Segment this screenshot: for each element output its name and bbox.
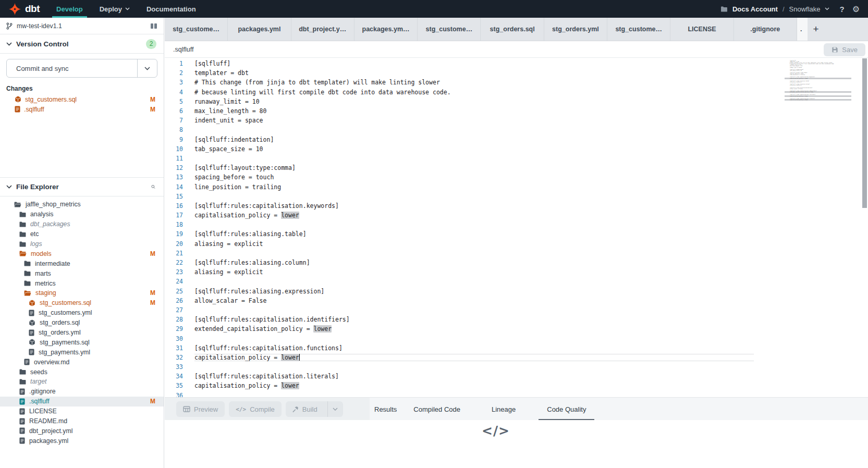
account-name[interactable]: Docs Account [732,5,778,13]
tree-item-staging[interactable]: stagingM [0,288,164,298]
code-line[interactable]: 22[sqlfluff:rules:aliasing.column] [165,258,754,267]
build-button-group[interactable]: Build [286,401,343,417]
version-control-header[interactable]: Version Control 2 [0,34,164,54]
file-tab[interactable]: stg_custome… [607,18,670,41]
change-row[interactable]: stg_customers.sqlM [0,94,164,104]
tree-item-analysis[interactable]: analysis [0,210,164,219]
compile-button[interactable]: </> Compile [229,401,282,417]
code-line[interactable]: 5runaway_limit = 10 [165,97,754,106]
build-button[interactable]: Build [286,401,324,417]
code-line[interactable]: 34[sqlfluff:rules:capitalisation.literal… [165,372,754,381]
git-branch-row[interactable]: mw-test-idev1.1 [0,18,164,34]
tree-item-packages-yml[interactable]: packages.yml [0,436,164,446]
code-line[interactable]: 32capitalisation_policy = lower [165,353,754,362]
tree-item--gitignore[interactable]: .gitignore [0,387,164,397]
code-line[interactable]: 31[sqlfluff:rules:capitalisation.functio… [165,343,754,353]
build-options-caret[interactable] [327,401,343,417]
code-line[interactable]: 21 [165,249,754,258]
warehouse-selector[interactable]: Snowflake [789,5,821,13]
code-line[interactable]: 3# This change (from jinja to dbt templa… [165,78,754,87]
code-line[interactable]: 16[sqlfluff:rules:capitalisation.keyword… [165,201,754,211]
code-line[interactable]: 18 [165,220,754,229]
tree-item-stg-orders-sql[interactable]: stg_orders.sql [0,318,164,328]
file-explorer-header[interactable]: File Explorer [0,177,164,196]
code-line[interactable]: 27 [165,305,754,315]
code-line[interactable]: 6max_line_length = 80 [165,106,754,116]
code-line[interactable]: 29extended_capitalisation_policy = lower [165,324,754,334]
code-line[interactable]: 30 [165,334,754,343]
tree-item-seeds[interactable]: seeds [0,367,164,377]
nav-deploy[interactable]: Deploy [100,0,130,18]
panel-columns-icon[interactable] [150,23,157,29]
tree-item-marts[interactable]: marts [0,268,164,278]
help-icon[interactable]: ? [839,5,844,14]
tab-compiled-code[interactable]: Compiled Code [413,398,460,421]
file-tab[interactable]: stg_orders.yml [544,18,607,41]
tree-item-stg-orders-yml[interactable]: stg_orders.yml [0,328,164,338]
tree-item-stg-payments-sql[interactable]: stg_payments.sql [0,337,164,347]
code-line[interactable]: 20aliasing = explicit [165,239,754,249]
commit-and-sync-button[interactable]: Commit and sync [6,59,157,78]
code-line[interactable]: 10tab_space_size = 10 [165,144,754,154]
tree-item-dbt-project-yml[interactable]: dbt_project.yml [0,426,164,436]
preview-button[interactable]: Preview [176,401,225,417]
code-editor[interactable]: 1[sqlfluff]2templater = dbt3# This chang… [165,58,868,397]
file-tab[interactable]: dbt_project.y… [291,18,354,41]
file-tab-partial[interactable]: . [797,18,808,41]
code-line[interactable]: 4# because linting will first compile db… [165,88,754,97]
tree-item-overview-md[interactable]: overview.md [0,357,164,367]
code-line[interactable]: 28[sqlfluff:rules:capitalisation.identif… [165,315,754,324]
code-line[interactable]: 23aliasing = explicit [165,267,754,277]
code-line[interactable]: 11 [165,154,754,163]
chevron-down-icon[interactable] [825,7,829,10]
code-line[interactable]: 7indent_unit = space [165,116,754,125]
code-line[interactable]: 9[sqlfluff:indentation] [165,135,754,144]
tree-item-logs[interactable]: logs [0,239,164,249]
file-tab[interactable]: .gitignore [734,18,797,41]
tab-code-quality[interactable]: Code Quality [547,398,586,421]
gear-icon[interactable]: ⚙ [852,4,860,14]
code-line[interactable]: 12[sqlfluff:layout:type:comma] [165,163,754,173]
change-row[interactable]: .sqlfluffM [0,104,164,114]
code-line[interactable]: 26allow_scalar = False [165,296,754,305]
commit-options-caret[interactable] [137,59,157,77]
minimap[interactable]: [sqlfluff]templater = dbt# This change (… [785,60,851,102]
tree-item-readme-md[interactable]: README.md [0,416,164,426]
file-tab[interactable]: stg_custome… [165,18,228,41]
tree-item--sqlfluff[interactable]: .sqlfluffM [0,397,164,407]
tree-item-license[interactable]: LICENSE [0,407,164,416]
code-line[interactable]: 35capitalisation_policy = lower [165,381,754,390]
new-tab-button[interactable]: + [808,18,824,41]
code-line[interactable]: 33 [165,362,754,372]
file-tab[interactable]: packages.yml [228,18,291,41]
tree-item-jaffle-shop-metrics[interactable]: jaffle_shop_metrics [0,200,164,210]
tree-item-intermediate[interactable]: intermediate [0,258,164,268]
tree-item-dbt-packages[interactable]: dbt_packages [0,219,164,229]
dbt-logo[interactable]: dbt [0,3,40,16]
tree-item-stg-payments-yml[interactable]: stg_payments.yml [0,347,164,357]
tree-item-stg-customers-sql[interactable]: stg_customers.sqlM [0,298,164,308]
tree-item-stg-customers-yml[interactable]: stg_customers.yml [0,308,164,318]
tree-item-metrics[interactable]: metrics [0,278,164,288]
code-line[interactable]: 19[sqlfluff:rules:aliasing.table] [165,229,754,239]
file-tab[interactable]: stg_orders.sql [481,18,544,41]
code-line[interactable]: 8 [165,125,754,134]
tab-results[interactable]: Results [374,398,397,421]
nav-documentation[interactable]: Documentation [146,0,196,18]
code-line[interactable]: 36 [165,391,754,397]
code-line[interactable]: 2templater = dbt [165,68,754,78]
tree-item-etc[interactable]: etc [0,229,164,239]
code-line[interactable]: 17capitalisation_policy = lower [165,211,754,220]
file-tab[interactable]: LICENSE [670,18,733,41]
tree-item-models[interactable]: modelsM [0,249,164,258]
code-line[interactable]: 25[sqlfluff:rules:aliasing.expression] [165,287,754,296]
save-button[interactable]: Save [824,43,865,56]
code-line[interactable]: 24 [165,277,754,286]
code-line[interactable]: 14line_position = trailing [165,182,754,191]
code-line[interactable]: 15 [165,192,754,201]
code-line[interactable]: 13spacing_before = touch [165,173,754,182]
search-icon[interactable] [148,182,158,192]
editor-scrollbar[interactable] [862,58,867,208]
tab-lineage[interactable]: Lineage [492,398,516,421]
file-tab[interactable]: packages.ym… [354,18,418,41]
